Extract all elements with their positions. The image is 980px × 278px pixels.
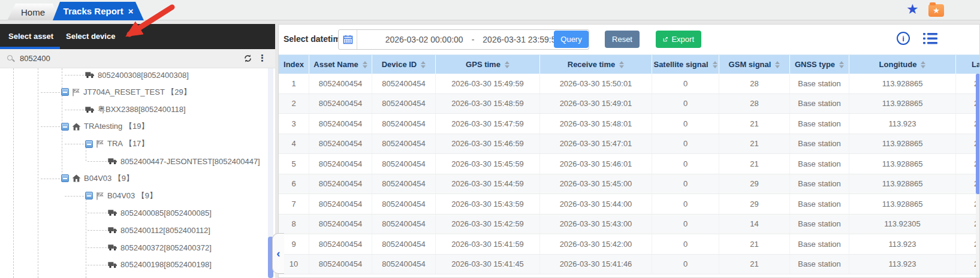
tree-item-label: 粤BXX2388[8052400118] <box>98 104 186 115</box>
cell: 0 <box>652 94 719 114</box>
tree-device-item[interactable]: 8052400198[8052400198] <box>0 258 267 271</box>
kebab-menu-icon[interactable]: ⋮ <box>258 53 267 64</box>
sort-icon[interactable] <box>839 61 844 68</box>
asset-search-bar[interactable]: 8052400 ⋮ <box>0 49 275 68</box>
cell: 8052400454 <box>372 134 436 154</box>
tree-connector <box>88 230 107 231</box>
collapse-minus-icon[interactable] <box>61 123 69 131</box>
folder-star-glyph: ★ <box>933 7 940 14</box>
tree-item-label: 8052400447-JESONTEST[8052400447] <box>120 157 260 166</box>
close-tab-icon[interactable]: × <box>128 6 134 16</box>
column-settings-icon[interactable] <box>923 33 937 44</box>
table-row[interactable]: 6805240045480524004542026-03-30 15:44:59… <box>279 174 980 195</box>
tab-select-device[interactable]: Select device <box>66 32 115 41</box>
tree-device-item[interactable]: 粤BXX2388[8052400118] <box>0 103 267 116</box>
cell: 8052400454 <box>309 154 372 174</box>
column-header-satellite-signal[interactable]: Satellite signal <box>652 55 719 74</box>
tree-device-item[interactable]: 8052400085[8052400085] <box>0 206 267 219</box>
export-button[interactable]: Export <box>656 31 701 48</box>
table-row[interactable]: 5805240045480524004542026-03-30 15:45:59… <box>279 154 980 174</box>
tree-group-item[interactable]: TRA 【17】 <box>0 137 267 150</box>
cell: 2026-03-30 15:45:59 <box>436 154 540 174</box>
column-header-receive-time[interactable]: Receive time <box>540 55 652 74</box>
table-scrollbar[interactable] <box>976 74 980 278</box>
column-header-latitude[interactable]: Latitude <box>956 55 980 74</box>
cell: Base station <box>790 255 849 274</box>
tree-item-label: 8052400372[8052400372] <box>120 243 212 252</box>
cell: 8052400454 <box>309 94 372 114</box>
favorite-star-icon[interactable]: ★ <box>906 1 919 17</box>
table-row[interactable]: 9805240045480524004542026-03-30 15:41:59… <box>279 234 980 255</box>
sort-icon[interactable] <box>363 61 367 68</box>
sort-icon[interactable] <box>713 61 717 68</box>
cell: 2026-03-30 15:49:59 <box>436 74 540 93</box>
sort-icon[interactable] <box>619 61 624 68</box>
column-header-gsm-signal[interactable]: GSM signal <box>719 55 790 74</box>
sort-icon[interactable] <box>775 61 780 68</box>
datetime-range-input[interactable]: 2026-03-02 00:00:00 - 2026-03-31 23:59:5… <box>338 29 589 50</box>
column-label: Asset Name <box>313 60 358 69</box>
tree-device-item[interactable]: 8052400372[8052400372] <box>0 241 267 254</box>
tree-device-item[interactable]: 8052400447-JESONTEST[8052400447] <box>0 155 267 168</box>
query-button[interactable]: Query <box>554 31 589 48</box>
collapse-minus-icon[interactable] <box>85 140 93 148</box>
info-icon[interactable]: i <box>897 32 910 45</box>
table-row[interactable]: 2805240045480524004542026-03-30 15:48:59… <box>279 94 980 114</box>
cell: Base station <box>790 174 849 194</box>
sort-icon[interactable] <box>421 61 426 68</box>
sort-icon[interactable] <box>921 61 925 68</box>
cell: Base station <box>790 194 849 214</box>
column-header-longitude[interactable]: Longitude <box>849 55 956 74</box>
tree-item-label: 8052400308[8052400308] <box>98 71 189 80</box>
calendar-icon[interactable] <box>339 30 357 49</box>
table-row[interactable]: 4805240045480524004542026-03-30 15:46:59… <box>279 134 980 155</box>
reset-button[interactable]: Reset <box>605 31 640 48</box>
sort-icon[interactable] <box>505 61 509 68</box>
tree-group-item[interactable]: B04V03 【9】 <box>0 172 267 185</box>
refresh-icon[interactable] <box>243 54 252 63</box>
collapse-minus-icon[interactable] <box>85 192 93 200</box>
cell: 2026-03-30 15:44:00 <box>540 194 652 214</box>
search-input[interactable]: 8052400 <box>20 54 50 63</box>
column-header-device-id[interactable]: Device ID <box>372 55 436 74</box>
cell: 8052400454 <box>309 174 372 194</box>
column-header-gnss-type[interactable]: GNSS type <box>790 55 849 74</box>
tree-group-item[interactable]: TRAtesting 【19】 <box>0 120 267 133</box>
collapse-minus-icon[interactable] <box>61 174 69 182</box>
column-label: Longitude <box>879 60 917 69</box>
collapse-minus-icon[interactable] <box>61 88 69 96</box>
tab-tracks-report-label: Tracks Report <box>64 6 123 16</box>
tree-group-item[interactable]: B04V03 【9】 <box>0 189 267 203</box>
table-scrollbar-thumb[interactable] <box>976 74 980 194</box>
table-row[interactable]: 3805240045480524004542026-03-30 15:47:59… <box>279 114 980 134</box>
tab-tracks-report[interactable]: Tracks Report × <box>53 2 144 20</box>
cell: Base station <box>790 214 849 234</box>
tab-home[interactable]: Home <box>7 4 59 20</box>
cell: 8052400454 <box>372 234 436 254</box>
favorites-folder-icon[interactable]: ★ <box>928 4 944 17</box>
tab-select-asset[interactable]: Select asset <box>8 32 53 41</box>
cell: 2026-03-30 15:41:45 <box>436 255 540 274</box>
cell: Base station <box>790 74 849 93</box>
table-body: 1805240045480524004542026-03-30 15:49:59… <box>279 74 980 274</box>
column-header-asset-name[interactable]: Asset Name <box>309 55 372 74</box>
table-row[interactable]: 8805240045480524004542026-03-30 15:42:59… <box>279 214 980 235</box>
table-row[interactable]: 7805240045480524004542026-03-30 15:43:59… <box>279 194 980 214</box>
tree-group-item[interactable]: JT704A_RESET_TEST 【29】 <box>0 86 267 99</box>
home-icon <box>72 174 81 182</box>
cell: 113.928865 <box>849 94 956 114</box>
tab-home-label: Home <box>21 7 45 17</box>
collapse-panel-handle[interactable]: ‹ <box>272 233 284 274</box>
tree-item-label: JT704A_RESET_TEST 【29】 <box>83 87 191 98</box>
flag-icon <box>96 192 104 200</box>
column-header-gps-time[interactable]: GPS time <box>436 55 540 74</box>
cell: 0 <box>652 194 719 214</box>
table-row[interactable]: 10805240045480524004542026-03-30 15:41:4… <box>279 255 980 275</box>
export-label: Export <box>671 35 694 44</box>
cell: 8052400454 <box>309 194 372 214</box>
cell: 8052400454 <box>372 74 436 93</box>
cell: 3 <box>279 114 309 134</box>
tree-device-item[interactable]: 8052400308[8052400308] <box>0 68 267 81</box>
table-row[interactable]: 1805240045480524004542026-03-30 15:49:59… <box>279 74 980 94</box>
tree-device-item[interactable]: 8052400112[8052400112] <box>0 223 267 237</box>
